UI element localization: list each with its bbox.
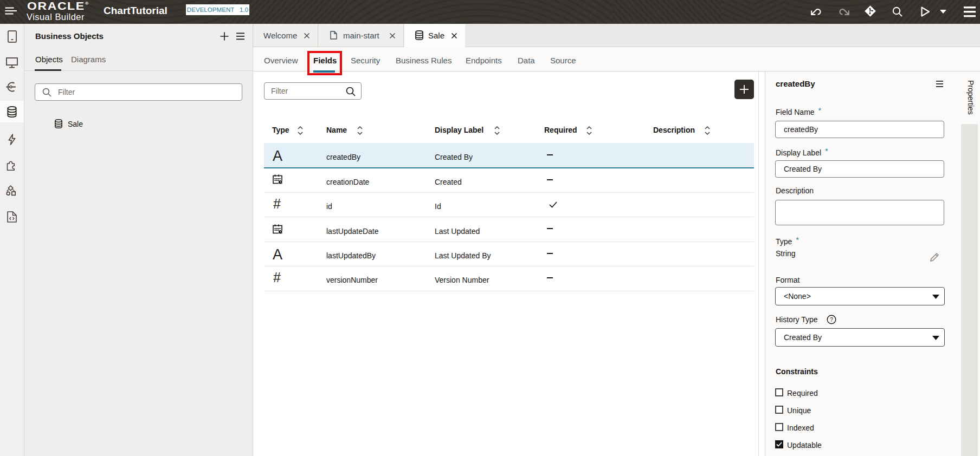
svg-text:?: ? <box>830 317 833 323</box>
